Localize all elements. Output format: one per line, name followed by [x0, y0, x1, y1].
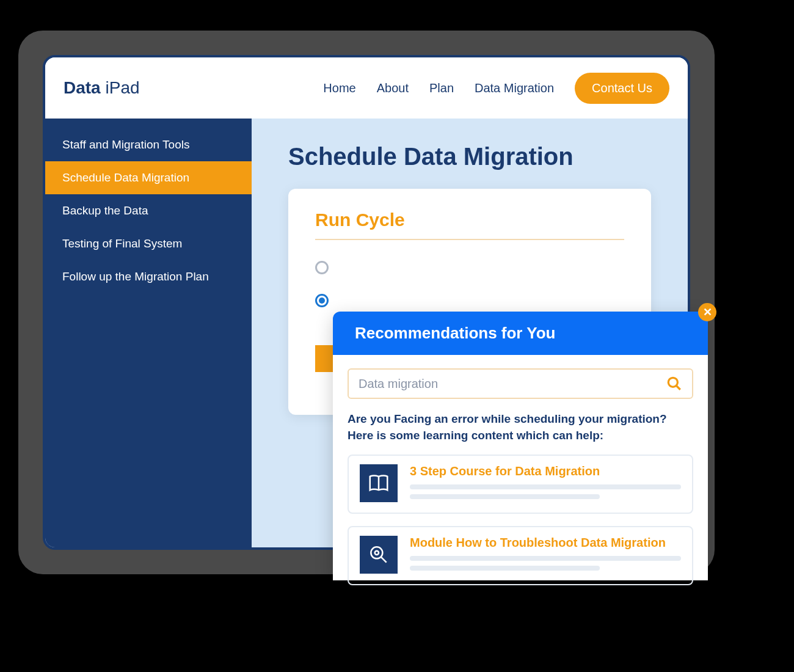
radio-option-1[interactable]	[315, 261, 624, 274]
svg-line-1	[676, 385, 680, 390]
popup-title: Recommendations for You	[355, 324, 555, 342]
svg-point-3	[371, 547, 382, 559]
skeleton-line	[410, 494, 600, 499]
contact-button[interactable]: Contact Us	[575, 73, 669, 104]
page-title: Schedule Data Migration	[288, 143, 651, 170]
svg-line-4	[381, 557, 387, 563]
sidebar: Staff and Migration Tools Schedule Data …	[45, 119, 252, 547]
nav-home[interactable]: Home	[323, 81, 355, 95]
skeleton-line	[410, 566, 600, 571]
top-nav: Home About Plan Data Migration Contact U…	[323, 73, 669, 104]
search-input[interactable]	[359, 377, 666, 391]
sidebar-item-followup[interactable]: Follow up the Migration Plan	[45, 260, 252, 293]
rec-card-troubleshoot[interactable]: Module How to Troubleshoot Data Migratio…	[348, 526, 693, 585]
popup-header: Recommendations for You ✕	[333, 312, 708, 355]
radio-option-2[interactable]	[315, 294, 624, 307]
nav-plan[interactable]: Plan	[429, 81, 454, 95]
sidebar-item-staff-tools[interactable]: Staff and Migration Tools	[45, 128, 252, 161]
nav-about[interactable]: About	[377, 81, 409, 95]
search-icon[interactable]	[666, 376, 682, 392]
close-icon: ✕	[703, 306, 712, 318]
skeleton-line	[410, 484, 681, 489]
header: Data iPad Home About Plan Data Migration…	[45, 57, 688, 119]
radio-selected-icon[interactable]	[315, 294, 329, 307]
search-gear-icon	[360, 536, 398, 574]
skeleton-line	[410, 556, 681, 561]
sidebar-item-backup[interactable]: Backup the Data	[45, 194, 252, 227]
sidebar-item-schedule[interactable]: Schedule Data Migration	[45, 161, 252, 194]
svg-point-5	[375, 551, 379, 555]
sidebar-item-testing[interactable]: Testing of Final System	[45, 227, 252, 260]
logo-light: iPad	[101, 78, 140, 97]
rec-content: 3 Step Course for Data Migration	[410, 464, 681, 504]
rec-content: Module How to Troubleshoot Data Migratio…	[410, 536, 681, 575]
recommendations-popup: Recommendations for You ✕ Are you Facing…	[333, 312, 708, 580]
rec-title: 3 Step Course for Data Migration	[410, 464, 681, 478]
tablet-frame: Data iPad Home About Plan Data Migration…	[18, 31, 715, 574]
rec-title: Module How to Troubleshoot Data Migratio…	[410, 536, 681, 550]
nav-data-migration[interactable]: Data Migration	[475, 81, 554, 95]
rec-card-course[interactable]: 3 Step Course for Data Migration	[348, 455, 693, 514]
popup-body: Are you Facing an error while scheduling…	[333, 355, 708, 611]
card-title: Run Cycle	[315, 210, 624, 240]
radio-unselected-icon[interactable]	[315, 261, 329, 274]
close-button[interactable]: ✕	[698, 303, 716, 321]
popup-prompt: Are you Facing an error while scheduling…	[348, 411, 693, 444]
svg-point-0	[668, 378, 677, 387]
logo: Data iPad	[64, 78, 140, 98]
book-icon	[360, 464, 398, 502]
search-box[interactable]	[348, 368, 693, 399]
logo-bold: Data	[64, 78, 101, 97]
